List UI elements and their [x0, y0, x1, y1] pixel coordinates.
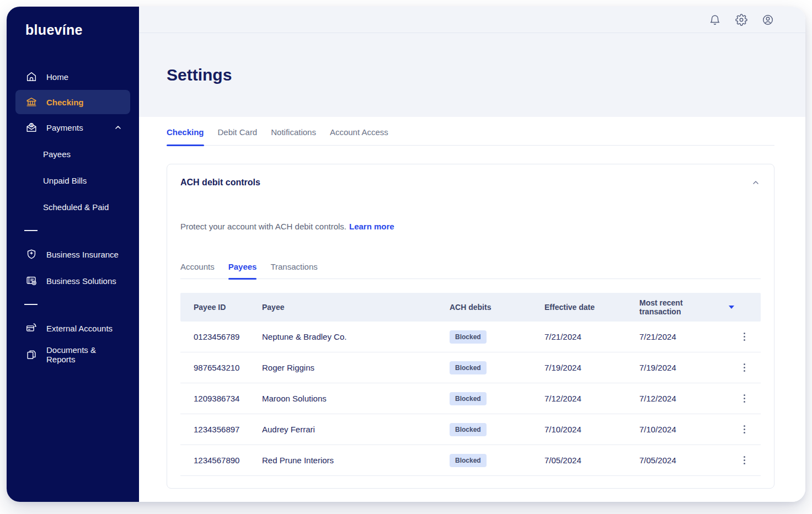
cell-most-recent-transaction: 7/21/2024 — [639, 332, 734, 341]
sidebar-item-label: Home — [46, 72, 68, 82]
profile-icon[interactable] — [762, 14, 774, 26]
sidebar-item-business-insurance[interactable]: Business Insurance — [15, 241, 130, 267]
shield-plus-icon — [25, 248, 38, 260]
sidebar-item-checking[interactable]: Checking — [15, 90, 130, 114]
status-badge-blocked: Blocked — [450, 330, 487, 344]
row-actions-kebab-icon[interactable] — [741, 423, 748, 436]
sidebar-item-payments[interactable]: $ Payments — [15, 115, 130, 140]
cell-most-recent-transaction: 7/19/2024 — [639, 363, 734, 372]
bluevine-logo: bluevíne — [7, 22, 139, 38]
subtab-transactions[interactable]: Transactions — [270, 262, 317, 279]
cell-payee: Roger Riggins — [262, 363, 450, 372]
table-header-row: Payee ID Payee ACH debits Effective date… — [180, 293, 761, 322]
cell-effective-date: 7/12/2024 — [544, 394, 639, 403]
sidebar-item-label: Checking — [46, 98, 84, 107]
sidebar-divider — [24, 230, 38, 231]
table-row: 1234567890 Red Prune Interiors Blocked 7… — [180, 445, 761, 476]
status-badge-blocked: Blocked — [450, 423, 487, 436]
payees-table: Payee ID Payee ACH debits Effective date… — [180, 293, 761, 488]
bank-icon — [25, 96, 38, 108]
status-badge-blocked: Blocked — [450, 392, 487, 405]
bell-icon[interactable] — [709, 14, 721, 26]
cell-effective-date: 7/10/2024 — [544, 425, 639, 434]
sidebar-item-external-accounts[interactable]: External Accounts — [15, 315, 130, 341]
ach-subtabs: Accounts Payees Transactions — [180, 262, 761, 279]
tab-account-access[interactable]: Account Access — [330, 127, 388, 145]
sidebar-item-business-solutions[interactable]: Business Solutions — [15, 267, 130, 294]
sidebar-item-label: Business Solutions — [46, 276, 116, 286]
sidebar: bluevíne Home Checking $ Payments Payees… — [7, 7, 139, 502]
documents-icon — [25, 349, 38, 361]
solutions-icon — [25, 275, 38, 287]
cell-payee-id: 1234356897 — [194, 425, 262, 434]
table-row: 0123456789 Neptune & Bradley Co. Blocked… — [180, 322, 761, 352]
cell-effective-date: 7/19/2024 — [544, 363, 639, 372]
svg-text:$: $ — [30, 123, 33, 127]
home-icon — [25, 71, 38, 83]
description-text: Protect your account with ACH debit cont… — [180, 222, 346, 231]
cell-most-recent-transaction: 7/05/2024 — [639, 456, 734, 465]
sidebar-subitem-scheduled-paid[interactable]: Scheduled & Paid — [15, 194, 130, 220]
gear-icon[interactable] — [735, 14, 747, 26]
row-actions-kebab-icon[interactable] — [741, 454, 748, 467]
cell-most-recent-transaction: 7/10/2024 — [639, 425, 734, 434]
column-header-ach-debits: ACH debits — [450, 303, 544, 312]
cell-payee-id: 0123456789 — [194, 332, 262, 341]
sort-desc-icon — [729, 306, 734, 309]
payments-icon: $ — [25, 121, 38, 133]
sidebar-divider — [24, 304, 38, 305]
cell-payee-id: 1234567890 — [194, 456, 262, 465]
column-header-payee: Payee — [262, 303, 450, 312]
subtab-accounts[interactable]: Accounts — [180, 262, 215, 279]
tab-checking[interactable]: Checking — [167, 127, 204, 145]
topbar — [139, 7, 805, 33]
cell-most-recent-transaction: 7/12/2024 — [639, 394, 734, 403]
settings-tabs: Checking Debit Card Notifications Accoun… — [167, 117, 774, 146]
cell-effective-date: 7/21/2024 — [544, 332, 639, 341]
main-content: Settings Checking Debit Card Notificatio… — [139, 7, 805, 502]
card-header: ACH debit controls — [180, 178, 761, 188]
table-row: 1209386734 Maroon Solutions Blocked 7/12… — [180, 383, 761, 414]
cell-payee: Audrey Ferrari — [262, 425, 450, 434]
sidebar-item-home[interactable]: Home — [15, 65, 130, 89]
cell-payee-id: 1209386734 — [194, 394, 262, 403]
column-header-most-recent-transaction[interactable]: Most recent transaction — [639, 298, 734, 316]
cell-effective-date: 7/05/2024 — [544, 456, 639, 465]
column-header-payee-id: Payee ID — [194, 303, 262, 312]
row-actions-kebab-icon[interactable] — [741, 392, 748, 405]
external-accounts-icon — [25, 322, 38, 334]
column-header-effective-date: Effective date — [544, 303, 639, 312]
sidebar-nav: Home Checking $ Payments Payees Unpaid B… — [7, 65, 139, 368]
app-window: bluevíne Home Checking $ Payments Payees… — [7, 7, 805, 502]
sidebar-item-label: External Accounts — [46, 324, 113, 333]
learn-more-link[interactable]: Learn more — [349, 222, 394, 231]
row-actions-kebab-icon[interactable] — [741, 361, 748, 374]
card-description: Protect your account with ACH debit cont… — [180, 222, 761, 231]
sidebar-subitem-unpaid-bills[interactable]: Unpaid Bills — [15, 167, 130, 194]
collapse-chevron-up-icon[interactable] — [751, 178, 761, 188]
card-title: ACH debit controls — [180, 178, 260, 188]
sidebar-item-label: Payments — [46, 123, 83, 132]
sidebar-item-label: Business Insurance — [46, 250, 119, 259]
cell-payee: Neptune & Bradley Co. — [262, 332, 450, 341]
chevron-up-icon — [114, 123, 122, 132]
table-row: 1234356897 Audrey Ferrari Blocked 7/10/2… — [180, 414, 761, 445]
cell-payee-id: 9876543210 — [194, 363, 262, 372]
sidebar-item-documents-reports[interactable]: Documents & Reports — [15, 341, 130, 368]
sidebar-item-label: Documents & Reports — [46, 345, 122, 364]
subtab-payees[interactable]: Payees — [228, 262, 257, 279]
tab-debit-card[interactable]: Debit Card — [218, 127, 258, 145]
table-footer-spacer — [180, 476, 761, 488]
row-actions-kebab-icon[interactable] — [741, 330, 748, 344]
page-title: Settings — [167, 66, 232, 84]
status-badge-blocked: Blocked — [450, 361, 487, 374]
status-badge-blocked: Blocked — [450, 454, 487, 467]
cell-payee: Red Prune Interiors — [262, 456, 450, 465]
table-row: 9876543210 Roger Riggins Blocked 7/19/20… — [180, 352, 761, 383]
cell-payee: Maroon Solutions — [262, 394, 450, 403]
ach-debit-controls-card: ACH debit controls Protect your account … — [167, 164, 774, 489]
sidebar-subitem-payees[interactable]: Payees — [15, 141, 130, 167]
page-header: Settings — [139, 33, 805, 117]
tab-notifications[interactable]: Notifications — [271, 127, 316, 145]
